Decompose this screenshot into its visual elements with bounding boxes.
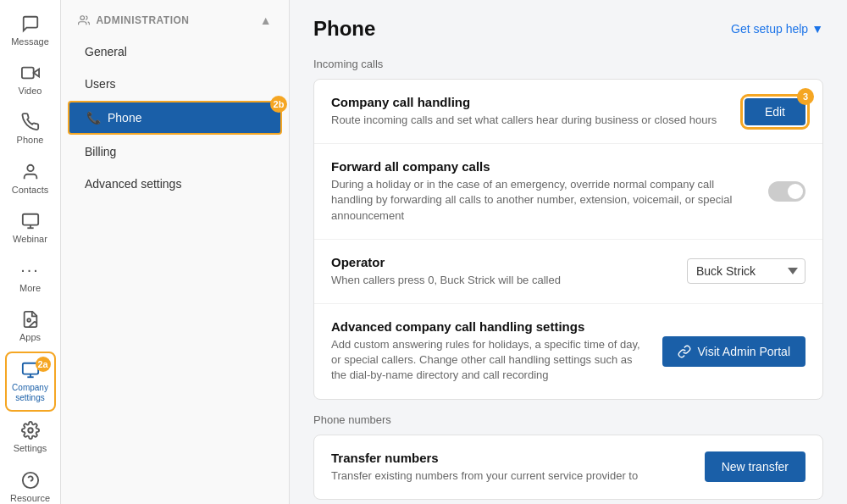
nav-item-advanced-settings[interactable]: Advanced settings <box>68 169 282 199</box>
visit-admin-portal-button[interactable]: Visit Admin Portal <box>662 336 805 367</box>
chevron-down-icon: ▼ <box>811 22 823 36</box>
transfer-numbers-info: Transfer numbers Transfer existing numbe… <box>331 451 688 484</box>
sidebar-item-apps[interactable]: Apps <box>5 302 56 350</box>
operator-title: Operator <box>331 255 670 269</box>
incoming-calls-card: Company call handling Route incoming cal… <box>313 79 823 400</box>
svg-marker-0 <box>33 69 38 77</box>
nav-item-general[interactable]: General <box>68 36 282 67</box>
company-call-handling-info: Company call handling Route incoming cal… <box>331 95 728 128</box>
advanced-call-handling-info: Advanced company call handling settings … <box>331 319 645 384</box>
forward-calls-row: Forward all company calls During a holid… <box>314 144 822 240</box>
phone-numbers-label: Phone numbers <box>313 413 823 426</box>
operator-info: Operator When callers press 0, Buck Stri… <box>331 255 670 288</box>
forward-calls-toggle[interactable] <box>768 181 805 202</box>
sidebar-item-webinar-label: Webinar <box>13 234 47 245</box>
settings-icon <box>20 420 41 440</box>
link-icon <box>678 345 691 358</box>
sidebar-item-message[interactable]: Message <box>5 7 56 54</box>
operator-row: Operator When callers press 0, Buck Stri… <box>314 240 822 304</box>
nav-item-phone[interactable]: 📞 Phone 2b <box>68 101 282 135</box>
nav-panel-header: ADMINISTRATION ▲ <box>61 0 289 36</box>
transfer-numbers-title: Transfer numbers <box>331 451 688 465</box>
resource-center-icon <box>20 470 41 490</box>
forward-calls-info: Forward all company calls During a holid… <box>331 159 751 224</box>
svg-point-2 <box>27 164 33 170</box>
new-transfer-button[interactable]: New transfer <box>705 451 805 482</box>
page-title: Phone <box>313 17 375 41</box>
operator-select[interactable]: Buck Strick Option 2 <box>687 258 805 284</box>
video-icon <box>20 63 41 83</box>
sidebar-item-company-settings[interactable]: 2a Company settings <box>5 352 56 412</box>
setup-help-link[interactable]: Get setup help ▼ <box>731 22 823 36</box>
svg-point-6 <box>27 318 30 322</box>
sidebar: Message Video Phone Contacts Webinar ···… <box>0 0 61 504</box>
sidebar-item-phone[interactable]: Phone <box>5 105 56 152</box>
sidebar-item-message-label: Message <box>11 36 49 47</box>
forward-calls-title: Forward all company calls <box>331 159 751 174</box>
edit-button-badge: 3 <box>797 88 814 105</box>
sidebar-item-video[interactable]: Video <box>5 56 56 103</box>
sidebar-item-company-settings-label: Company settings <box>10 383 51 403</box>
sidebar-item-contacts[interactable]: Contacts <box>5 155 56 202</box>
transfer-numbers-row: Transfer numbers Transfer existing numbe… <box>314 435 822 499</box>
sidebar-item-apps-label: Apps <box>19 332 41 343</box>
phone-numbers-card: Transfer numbers Transfer existing numbe… <box>313 435 823 500</box>
phone-icon <box>20 112 41 132</box>
incoming-calls-label: Incoming calls <box>313 58 823 70</box>
sidebar-item-settings-label: Settings <box>14 443 47 454</box>
nav-item-billing[interactable]: Billing <box>68 136 282 167</box>
main-header: Phone Get setup help ▼ <box>313 17 823 41</box>
apps-icon <box>20 309 41 330</box>
transfer-numbers-desc: Transfer existing numbers from your curr… <box>331 468 688 484</box>
more-icon: ··· <box>20 260 41 280</box>
sidebar-item-more[interactable]: ··· More <box>5 253 56 301</box>
company-call-handling-row: Company call handling Route incoming cal… <box>314 80 822 144</box>
phone-nav-icon: 📞 <box>86 111 101 125</box>
forward-calls-desc: During a holiday or in the case of an em… <box>331 177 751 224</box>
operator-desc: When callers press 0, Buck Strick will b… <box>331 273 670 288</box>
admin-label: ADMINISTRATION <box>78 14 190 27</box>
sidebar-item-settings[interactable]: Settings <box>5 413 56 461</box>
sidebar-item-webinar[interactable]: Webinar <box>5 204 56 252</box>
svg-point-10 <box>28 429 33 434</box>
sidebar-item-resource-center-label: Resource Center <box>8 493 53 505</box>
svg-point-13 <box>80 16 85 20</box>
main-content: Phone Get setup help ▼ Incoming calls Co… <box>290 0 847 504</box>
contacts-icon <box>20 162 41 182</box>
company-call-handling-title: Company call handling <box>331 95 728 109</box>
sidebar-item-resource-center[interactable]: Resource Center <box>5 463 56 505</box>
phone-nav-badge: 2b <box>270 96 287 113</box>
company-call-handling-desc: Route incoming calls and set what caller… <box>331 113 728 128</box>
edit-button[interactable]: Edit 3 <box>745 98 805 125</box>
sidebar-item-phone-label: Phone <box>17 135 44 146</box>
sidebar-item-more-label: More <box>19 283 41 294</box>
svg-rect-3 <box>22 214 37 225</box>
nav-item-users[interactable]: Users <box>68 69 282 99</box>
sidebar-item-video-label: Video <box>19 86 42 97</box>
nav-panel: ADMINISTRATION ▲ General Users 📞 Phone 2… <box>61 0 290 504</box>
company-settings-badge: 2a <box>36 357 51 372</box>
advanced-call-handling-title: Advanced company call handling settings <box>331 319 645 334</box>
sidebar-item-contacts-label: Contacts <box>12 185 48 196</box>
advanced-call-handling-desc: Add custom answering rules for holidays,… <box>331 337 645 384</box>
advanced-call-handling-row: Advanced company call handling settings … <box>314 304 822 399</box>
svg-rect-1 <box>21 68 33 79</box>
message-icon <box>20 14 41 34</box>
nav-collapse-chevron[interactable]: ▲ <box>260 14 272 27</box>
webinar-icon <box>20 211 41 231</box>
